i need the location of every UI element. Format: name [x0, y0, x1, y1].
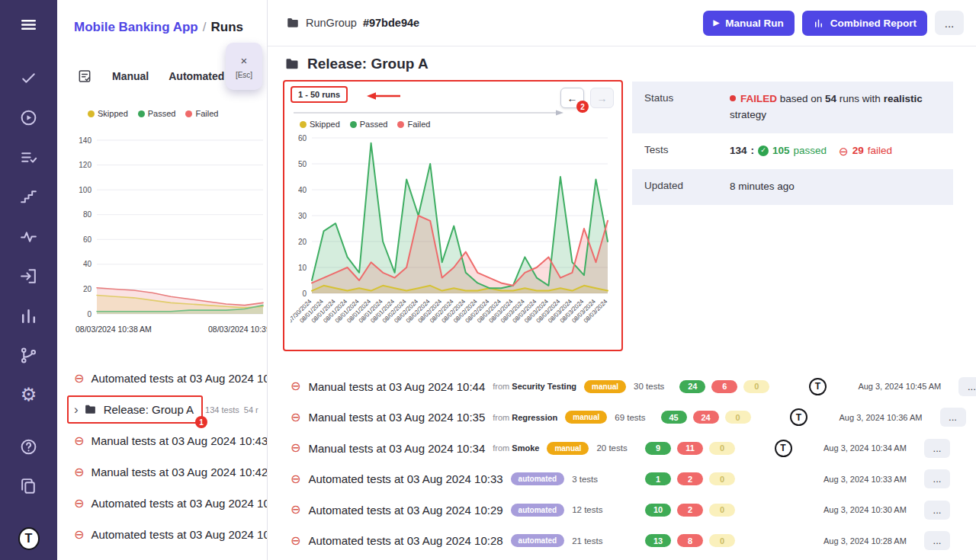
sidebar-run-item[interactable]: ⊖Automated tests at 03 Aug 2024 — [57, 550, 267, 560]
failed-status-icon: ⊖ — [291, 535, 300, 547]
run-title[interactable]: Automated tests at 03 Aug 2024 10 — [91, 372, 268, 385]
run-title[interactable]: Automated tests at 03 Aug 2024 10:33 — [308, 472, 502, 485]
run-row[interactable]: ⊖Manual tests at 03 Aug 2024 10:34from S… — [283, 433, 953, 464]
docs-copy-icon[interactable] — [18, 475, 40, 497]
breadcrumb-page: Runs — [211, 20, 244, 34]
analytics-icon[interactable] — [18, 305, 40, 326]
run-title[interactable]: Automated tests at 03 Aug 2024 10:29 — [308, 504, 502, 517]
sidebar-run-item[interactable]: ⊖Manual tests at 03 Aug 2024 10:43 — [57, 425, 267, 456]
svg-text:0: 0 — [87, 310, 92, 318]
menu-icon[interactable] — [18, 14, 40, 35]
run-date: Aug 3, 2024 10:45 AM — [858, 382, 951, 391]
manual-run-label: Manual Run — [725, 18, 784, 29]
runs-play-icon[interactable] — [18, 107, 40, 128]
passed-count-badge: 9 — [645, 442, 671, 455]
group-title-row: Release: Group A — [284, 56, 953, 72]
x-label-end: 08/03/2024 10:39 — [208, 325, 268, 334]
failed-status-icon: ⊖ — [74, 466, 84, 478]
run-title[interactable]: Automated tests at 03 Aug 2024 10:28 — [308, 534, 502, 547]
folder-icon — [286, 16, 300, 30]
legend-dot — [185, 110, 192, 117]
sidebar-run-item[interactable]: ⊖Automated tests at 03 Aug 2024 10 — [57, 363, 267, 394]
pulse-icon[interactable] — [18, 226, 40, 247]
run-title[interactable]: Manual tests at 03 Aug 2024 10:34 — [308, 442, 485, 455]
result-badges: 1020 — [645, 504, 743, 517]
tab-automated[interactable]: Automated — [169, 70, 224, 82]
tests-passed-word: passed — [794, 143, 827, 159]
panel-chart-xlabels: 08/03/2024 10:38 AM 08/03/2024 10:39 — [57, 323, 267, 335]
sidebar-run-item[interactable]: ⊖Automated tests at 03 Aug 2024 10 — [57, 519, 267, 550]
run-date: Aug 3, 2024 10:36 AM — [840, 413, 933, 422]
passed-count-badge: 13 — [645, 534, 671, 547]
chevron-right-icon[interactable]: › — [74, 402, 79, 418]
manual-run-button[interactable]: ▶ Manual Run — [703, 11, 795, 36]
row-more-button[interactable]: ... — [924, 501, 950, 520]
svg-text:20: 20 — [298, 238, 307, 246]
svg-text:80: 80 — [83, 210, 92, 219]
run-row[interactable]: ⊖Manual tests at 03 Aug 2024 10:44from S… — [283, 371, 953, 402]
survey-icon[interactable] — [77, 69, 92, 84]
combined-report-button[interactable]: Combined Report — [802, 11, 927, 36]
skipped-count-badge: 0 — [725, 411, 751, 424]
legend-dot — [300, 121, 307, 128]
row-more-button[interactable]: ... — [958, 377, 976, 396]
breadcrumb-separator: / — [203, 20, 207, 34]
run-title[interactable]: Manual tests at 03 Aug 2024 10:44 — [308, 380, 485, 393]
tests-count: 69 tests — [615, 413, 645, 422]
tests-passed-count: 105 — [772, 143, 790, 159]
svg-text:60: 60 — [83, 235, 92, 244]
row-more-button[interactable]: ... — [924, 469, 950, 488]
sidebar-run-group-item[interactable]: ›Release: Group A134 tests 54 r1 — [57, 394, 267, 425]
header-more-button[interactable]: ... — [935, 11, 964, 35]
prev-page-button[interactable]: ← 2 — [560, 88, 584, 108]
settings-gear-icon[interactable]: ⚙ — [18, 384, 40, 405]
close-esc-button[interactable]: × [Esc] — [226, 43, 262, 90]
row-more-button[interactable]: ... — [940, 408, 966, 427]
tab-manual[interactable]: Manual — [112, 70, 149, 82]
breadcrumb: Mobile Banking App/Runs — [57, 0, 267, 35]
play-icon: ▶ — [714, 19, 720, 27]
row-more-button[interactable]: ... — [924, 531, 950, 550]
run-type-badge: manual — [547, 442, 589, 455]
sidebar-run-item[interactable]: ⊖Automated tests at 03 Aug 2024 10 — [57, 488, 267, 519]
run-title[interactable]: Manual tests at 03 Aug 2024 10:35 — [308, 411, 485, 424]
run-group-title[interactable]: Release: Group A — [104, 403, 194, 416]
run-row[interactable]: ⊖Automated tests at 03 Aug 2024 10:33aut… — [283, 464, 953, 495]
run-title[interactable]: Automated tests at 03 Aug 2024 10 — [91, 528, 268, 541]
failed-count-badge: 2 — [677, 504, 703, 517]
tasks-check-icon[interactable] — [18, 67, 40, 88]
rungroup-label: RunGroup — [306, 17, 357, 29]
failed-status-icon: ⊖ — [74, 435, 84, 447]
tests-failed-word: failed — [868, 143, 892, 159]
branches-icon[interactable] — [18, 344, 40, 366]
failed-status-icon: ⊖ — [291, 504, 300, 516]
next-page-button[interactable]: → — [590, 88, 614, 108]
sidebar-run-item[interactable]: ⊖Manual tests at 03 Aug 2024 10:42 — [57, 456, 267, 488]
legend-label: Skipped — [98, 109, 128, 118]
logo-icon[interactable]: T — [18, 528, 40, 549]
test-plans-icon[interactable] — [18, 146, 40, 168]
tests-count: 12 tests — [572, 505, 602, 514]
run-row[interactable]: ⊖Manual tests at 03 Aug 2024 10:35from R… — [283, 402, 953, 434]
breadcrumb-project[interactable]: Mobile Banking App — [74, 20, 198, 34]
svg-text:140: 140 — [79, 136, 92, 145]
avatar-slot: T — [785, 378, 850, 395]
run-title[interactable]: Manual tests at 03 Aug 2024 10:43 — [91, 434, 268, 447]
tests-colon: : — [751, 143, 755, 159]
annotation-badge-2: 2 — [576, 101, 589, 113]
run-title[interactable]: Manual tests at 03 Aug 2024 10:42 — [91, 466, 268, 478]
legend-label: Failed — [195, 109, 218, 118]
steps-icon[interactable] — [18, 186, 40, 207]
import-icon[interactable] — [18, 265, 40, 286]
legend-dot — [350, 121, 357, 128]
avatar-slot: T — [750, 440, 816, 457]
app-root: ⚙T Mobile Banking App/Runs Manual Automa… — [0, 0, 976, 560]
tests-count: 3 tests — [572, 475, 598, 484]
help-icon[interactable] — [18, 436, 40, 457]
run-row[interactable]: ⊖Automated tests at 03 Aug 2024 10:29aut… — [283, 494, 953, 526]
passed-count-badge: 45 — [661, 411, 687, 424]
row-more-button[interactable]: ... — [924, 439, 950, 458]
failed-dot-icon — [730, 95, 736, 101]
run-title[interactable]: Automated tests at 03 Aug 2024 10 — [91, 497, 268, 510]
run-row[interactable]: ⊖Automated tests at 03 Aug 2024 10:28aut… — [283, 526, 953, 557]
